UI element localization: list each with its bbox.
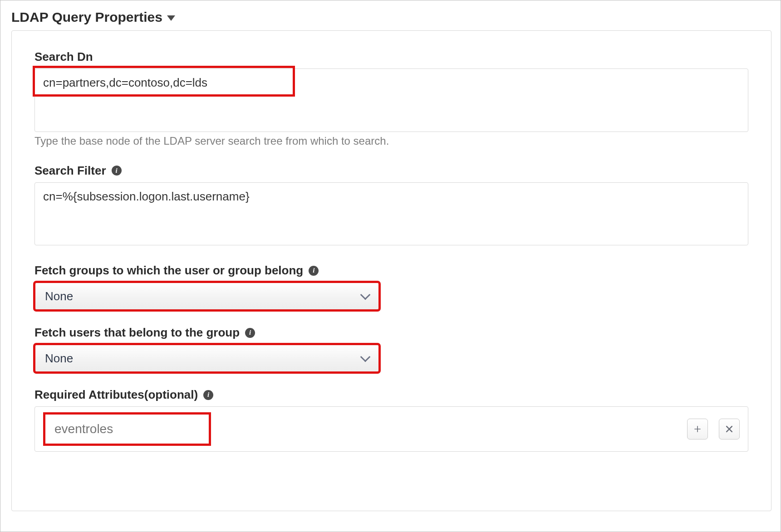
section-header-toggle[interactable]: LDAP Query Properties	[11, 9, 771, 29]
field-group-fetch-groups: Fetch groups to which the user or group …	[34, 264, 748, 310]
field-group-search-filter: Search Filter i	[34, 164, 748, 246]
fetch-users-select[interactable]: None	[34, 344, 379, 372]
search-filter-label: Search Filter	[34, 164, 106, 178]
info-icon[interactable]: i	[203, 390, 213, 400]
chevron-down-icon	[360, 352, 371, 362]
fetch-users-label: Fetch users that belong to the group	[34, 326, 240, 340]
info-icon[interactable]: i	[112, 166, 122, 176]
plus-icon	[693, 425, 702, 434]
close-icon	[725, 425, 734, 434]
ldap-query-properties-panel: LDAP Query Properties Search Dn Type the…	[0, 0, 781, 532]
fetch-groups-label: Fetch groups to which the user or group …	[34, 264, 303, 278]
search-filter-input[interactable]	[34, 182, 748, 246]
highlight-box-required-attr	[43, 412, 211, 446]
search-dn-helper: Type the base node of the LDAP server se…	[34, 135, 748, 147]
required-attributes-label: Required Attributes(optional)	[34, 388, 198, 402]
required-attributes-row	[34, 406, 748, 452]
remove-attribute-button[interactable]	[719, 419, 740, 439]
add-attribute-button[interactable]	[687, 419, 708, 439]
field-group-search-dn: Search Dn Type the base node of the LDAP…	[34, 50, 748, 147]
fetch-groups-select[interactable]: None	[34, 282, 379, 310]
info-icon[interactable]: i	[309, 266, 319, 276]
fetch-groups-selected-value: None	[45, 289, 73, 303]
field-group-fetch-users: Fetch users that belong to the group i N…	[34, 326, 748, 372]
search-dn-input[interactable]	[34, 68, 748, 132]
field-group-required-attributes: Required Attributes(optional) i	[34, 388, 748, 452]
fetch-users-selected-value: None	[45, 351, 73, 366]
required-attribute-input[interactable]	[45, 415, 209, 444]
info-icon[interactable]: i	[245, 328, 255, 338]
properties-panel-body: Search Dn Type the base node of the LDAP…	[11, 30, 771, 511]
chevron-down-icon	[360, 290, 371, 300]
collapse-triangle-icon	[167, 15, 175, 21]
search-dn-label: Search Dn	[34, 50, 748, 64]
section-title: LDAP Query Properties	[11, 10, 162, 25]
